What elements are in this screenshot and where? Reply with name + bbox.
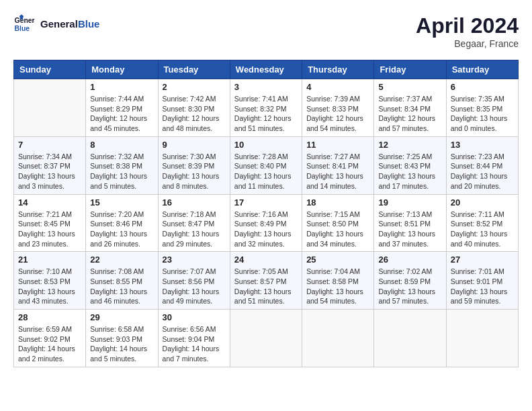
calendar-cell: 20Sunrise: 7:11 AMSunset: 8:52 PMDayligh… bbox=[446, 194, 518, 252]
sunset-text: Sunset: 8:45 PM bbox=[18, 219, 81, 229]
week-row-2: 7Sunrise: 7:34 AMSunset: 8:37 PMDaylight… bbox=[14, 136, 519, 194]
sunrise-text: Sunrise: 7:25 AM bbox=[378, 152, 441, 162]
day-number: 13 bbox=[451, 140, 514, 150]
sunset-text: Sunset: 8:39 PM bbox=[163, 161, 226, 171]
week-row-5: 28Sunrise: 6:59 AMSunset: 9:02 PMDayligh… bbox=[14, 310, 519, 367]
calendar-cell: 22Sunrise: 7:08 AMSunset: 8:55 PMDayligh… bbox=[86, 252, 158, 310]
calendar-cell: 14Sunrise: 7:21 AMSunset: 8:45 PMDayligh… bbox=[14, 194, 86, 252]
sunset-text: Sunset: 8:57 PM bbox=[234, 277, 298, 287]
sunrise-text: Sunrise: 7:13 AM bbox=[378, 210, 441, 220]
sunrise-text: Sunrise: 7:16 AM bbox=[234, 210, 298, 220]
daylight-text-2: and 51 minutes. bbox=[234, 124, 298, 134]
daylight-text-1: Daylight: 12 hours bbox=[90, 113, 153, 124]
daylight-text-1: Daylight: 13 hours bbox=[451, 171, 514, 181]
sunrise-text: Sunrise: 7:37 AM bbox=[378, 94, 441, 104]
sunset-text: Sunset: 8:59 PM bbox=[378, 277, 441, 287]
day-number: 29 bbox=[90, 312, 153, 322]
daylight-text-1: Daylight: 12 hours bbox=[234, 113, 298, 124]
day-number: 16 bbox=[163, 197, 226, 208]
daylight-text-1: Daylight: 13 hours bbox=[234, 287, 298, 297]
daylight-text-2: and 0 minutes. bbox=[451, 124, 514, 134]
daylight-text-2: and 5 minutes. bbox=[90, 354, 153, 364]
day-number: 20 bbox=[451, 197, 514, 208]
daylight-text-1: Daylight: 13 hours bbox=[234, 171, 298, 181]
day-info: Sunrise: 7:37 AMSunset: 8:34 PMDaylight:… bbox=[378, 94, 441, 134]
day-info: Sunrise: 6:58 AMSunset: 9:03 PMDaylight:… bbox=[90, 324, 153, 364]
sunset-text: Sunset: 8:38 PM bbox=[90, 161, 153, 171]
day-number: 24 bbox=[234, 255, 298, 265]
calendar-cell: 17Sunrise: 7:16 AMSunset: 8:49 PMDayligh… bbox=[230, 194, 302, 252]
calendar-cell: 4Sunrise: 7:39 AMSunset: 8:33 PMDaylight… bbox=[302, 79, 374, 137]
calendar-cell: 5Sunrise: 7:37 AMSunset: 8:34 PMDaylight… bbox=[374, 79, 446, 137]
daylight-text-1: Daylight: 13 hours bbox=[163, 229, 226, 239]
day-number: 25 bbox=[306, 255, 369, 265]
sunrise-text: Sunrise: 7:15 AM bbox=[306, 210, 369, 220]
day-info: Sunrise: 7:23 AMSunset: 8:44 PMDaylight:… bbox=[451, 152, 514, 191]
daylight-text-1: Daylight: 13 hours bbox=[451, 287, 514, 297]
day-info: Sunrise: 7:05 AMSunset: 8:57 PMDaylight:… bbox=[234, 267, 298, 306]
day-info: Sunrise: 7:01 AMSunset: 9:01 PMDaylight:… bbox=[451, 267, 514, 306]
daylight-text-2: and 43 minutes. bbox=[18, 296, 81, 306]
daylight-text-2: and 48 minutes. bbox=[163, 124, 226, 134]
sunset-text: Sunset: 8:30 PM bbox=[163, 104, 226, 114]
sunset-text: Sunset: 8:58 PM bbox=[306, 277, 369, 287]
daylight-text-1: Daylight: 13 hours bbox=[163, 287, 226, 297]
day-number: 30 bbox=[163, 312, 226, 322]
sunset-text: Sunset: 8:34 PM bbox=[378, 104, 441, 114]
sunset-text: Sunset: 8:55 PM bbox=[90, 277, 153, 287]
header-row: Sunday Monday Tuesday Wednesday Thursday… bbox=[14, 60, 519, 79]
day-info: Sunrise: 7:28 AMSunset: 8:40 PMDaylight:… bbox=[234, 152, 298, 191]
sunset-text: Sunset: 8:29 PM bbox=[90, 104, 153, 114]
sunrise-text: Sunrise: 7:21 AM bbox=[18, 210, 81, 220]
daylight-text-2: and 5 minutes. bbox=[90, 181, 153, 191]
sunrise-text: Sunrise: 7:02 AM bbox=[378, 267, 441, 277]
calendar-cell: 9Sunrise: 7:30 AMSunset: 8:39 PMDaylight… bbox=[158, 136, 230, 194]
day-number: 14 bbox=[18, 197, 81, 208]
sunset-text: Sunset: 8:46 PM bbox=[90, 219, 153, 229]
daylight-text-2: and 46 minutes. bbox=[90, 296, 153, 306]
week-row-4: 21Sunrise: 7:10 AMSunset: 8:53 PMDayligh… bbox=[14, 252, 519, 310]
calendar-cell: 28Sunrise: 6:59 AMSunset: 9:02 PMDayligh… bbox=[14, 310, 86, 367]
day-info: Sunrise: 7:16 AMSunset: 8:49 PMDaylight:… bbox=[234, 210, 298, 249]
daylight-text-2: and 54 minutes. bbox=[306, 296, 369, 306]
daylight-text-1: Daylight: 14 hours bbox=[90, 344, 153, 354]
daylight-text-1: Daylight: 13 hours bbox=[451, 229, 514, 239]
day-number: 9 bbox=[163, 140, 226, 150]
daylight-text-2: and 23 minutes. bbox=[18, 239, 81, 249]
sunset-text: Sunset: 9:04 PM bbox=[163, 334, 226, 345]
sunrise-text: Sunrise: 6:58 AM bbox=[90, 324, 153, 334]
day-info: Sunrise: 7:34 AMSunset: 8:37 PMDaylight:… bbox=[18, 152, 81, 191]
svg-text:Blue: Blue bbox=[15, 25, 30, 32]
day-info: Sunrise: 6:56 AMSunset: 9:04 PMDaylight:… bbox=[163, 324, 226, 364]
sunrise-text: Sunrise: 7:04 AM bbox=[306, 267, 369, 277]
day-info: Sunrise: 7:13 AMSunset: 8:51 PMDaylight:… bbox=[378, 210, 441, 249]
calendar-cell: 19Sunrise: 7:13 AMSunset: 8:51 PMDayligh… bbox=[374, 194, 446, 252]
calendar-cell: 25Sunrise: 7:04 AMSunset: 8:58 PMDayligh… bbox=[302, 252, 374, 310]
sunset-text: Sunset: 8:44 PM bbox=[451, 161, 514, 171]
daylight-text-1: Daylight: 13 hours bbox=[306, 287, 369, 297]
calendar-cell: 10Sunrise: 7:28 AMSunset: 8:40 PMDayligh… bbox=[230, 136, 302, 194]
col-saturday: Saturday bbox=[446, 60, 518, 79]
logo: General Blue GeneralBlue bbox=[13, 13, 99, 35]
calendar-cell: 6Sunrise: 7:35 AMSunset: 8:35 PMDaylight… bbox=[446, 79, 518, 137]
daylight-text-1: Daylight: 12 hours bbox=[163, 113, 226, 124]
col-tuesday: Tuesday bbox=[158, 60, 230, 79]
calendar-cell: 18Sunrise: 7:15 AMSunset: 8:50 PMDayligh… bbox=[302, 194, 374, 252]
sunset-text: Sunset: 8:33 PM bbox=[306, 104, 369, 114]
sunset-text: Sunset: 8:35 PM bbox=[451, 104, 514, 114]
sunset-text: Sunset: 9:02 PM bbox=[18, 334, 81, 345]
daylight-text-2: and 57 minutes. bbox=[378, 124, 441, 134]
sunrise-text: Sunrise: 7:11 AM bbox=[451, 210, 514, 220]
col-sunday: Sunday bbox=[14, 60, 86, 79]
sunset-text: Sunset: 8:56 PM bbox=[163, 277, 226, 287]
sunset-text: Sunset: 8:49 PM bbox=[234, 219, 298, 229]
day-number: 10 bbox=[234, 140, 298, 150]
daylight-text-2: and 3 minutes. bbox=[18, 181, 81, 191]
daylight-text-2: and 11 minutes. bbox=[234, 181, 298, 191]
sunrise-text: Sunrise: 7:27 AM bbox=[306, 152, 369, 162]
day-number: 27 bbox=[451, 255, 514, 265]
sunset-text: Sunset: 8:43 PM bbox=[378, 161, 441, 171]
calendar-cell: 27Sunrise: 7:01 AMSunset: 9:01 PMDayligh… bbox=[446, 252, 518, 310]
sunset-text: Sunset: 9:03 PM bbox=[90, 334, 153, 345]
sunset-text: Sunset: 8:37 PM bbox=[18, 161, 81, 171]
